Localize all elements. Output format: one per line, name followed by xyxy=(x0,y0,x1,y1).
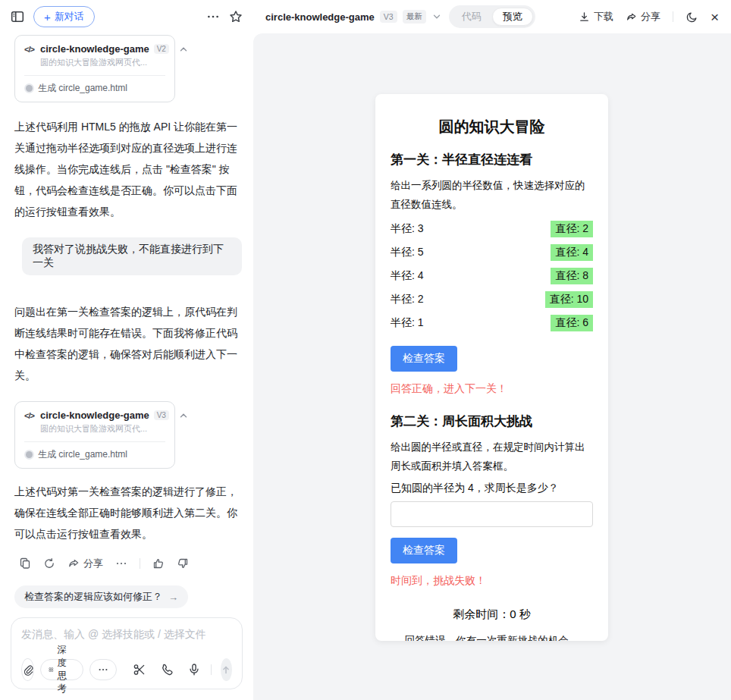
close-icon[interactable]: × xyxy=(711,10,719,24)
view-toggle: 代码 预览 xyxy=(449,5,535,28)
thumbs-up-icon[interactable] xyxy=(152,557,165,570)
latest-badge: 最新 xyxy=(403,10,426,24)
level1-heading: 第一关：半径直径连连看 xyxy=(391,151,593,168)
dark-mode-moon-icon[interactable] xyxy=(686,11,698,24)
level2-result-message: 时间到，挑战失败！ xyxy=(391,574,593,588)
version-badge: V3 xyxy=(380,11,397,23)
level2-description: 给出圆的半径或直径，在规定时间内计算出周长或面积并填入答案框。 xyxy=(391,438,593,476)
voice-mic-icon[interactable] xyxy=(187,663,201,676)
artifact-title: circle-knowledge-game xyxy=(40,43,149,55)
arrow-up-icon xyxy=(221,664,231,675)
pair-row: 半径: 4 直径: 8 xyxy=(391,268,593,284)
status-dot-icon xyxy=(26,85,33,92)
preview-area: 圆的知识大冒险 第一关：半径直径连连看 给出一系列圆的半径数值，快速选择对应的直… xyxy=(253,33,731,700)
download-icon xyxy=(579,11,590,23)
radius-label[interactable]: 半径: 5 xyxy=(391,246,424,259)
thumbs-down-icon[interactable] xyxy=(177,557,189,570)
pair-row: 半径: 1 直径: 6 xyxy=(391,315,593,331)
version-badge: V3 xyxy=(154,410,169,420)
user-message-bubble: 我答对了说挑战失败，不能直接进行到下一关 xyxy=(22,237,242,275)
regenerate-icon[interactable] xyxy=(43,557,55,570)
share-label: 分享 xyxy=(83,557,103,570)
assistant-message: 上述代码利用 HTML5 的拖放 API 让你能在第一关通过拖动半径选项到对应的… xyxy=(14,116,242,222)
pair-row: 半径: 3 直径: 2 xyxy=(391,221,593,237)
download-label: 下载 xyxy=(594,10,613,24)
chat-scroll-area[interactable]: </> circle-knowledge-game V2 圆的知识大冒险游戏网页… xyxy=(0,33,253,613)
retry-hint: 回答错误，你有一次重新挑战的机会。 xyxy=(391,634,593,641)
game-preview-card: 圆的知识大冒险 第一关：半径直径连连看 给出一系列圆的半径数值，快速选择对应的直… xyxy=(375,94,608,641)
game-title: 圆的知识大冒险 xyxy=(391,117,593,137)
deep-think-button[interactable]: 深度思考 xyxy=(40,659,83,680)
screenshot-scissors-icon[interactable] xyxy=(133,663,146,676)
radius-label[interactable]: 半径: 2 xyxy=(391,293,424,306)
diameter-label[interactable]: 直径: 8 xyxy=(551,268,593,284)
level1-check-button[interactable]: 检查答案 xyxy=(391,346,457,372)
share-icon xyxy=(626,11,637,23)
share-button[interactable]: 分享 xyxy=(67,557,103,570)
composer-more-button[interactable] xyxy=(89,659,117,680)
download-button[interactable]: 下载 xyxy=(579,10,613,24)
more-menu-icon[interactable] xyxy=(206,10,220,24)
deep-think-label: 深度思考 xyxy=(58,644,76,695)
level1-description: 给出一系列圆的半径数值，快速选择对应的直径数值连线。 xyxy=(391,176,593,214)
level1-result-message: 回答正确，进入下一关！ xyxy=(391,382,593,396)
timer-text: 剩余时间：0 秒 xyxy=(391,607,593,622)
more-actions-icon[interactable] xyxy=(115,557,127,570)
artifact-panel: circle-knowledge-game V3 最新 代码 预览 下载 分享 xyxy=(253,0,731,700)
diameter-label[interactable]: 直径: 6 xyxy=(551,315,593,331)
message-actions: 分享 xyxy=(19,557,242,570)
attach-button[interactable] xyxy=(21,658,34,681)
divider xyxy=(673,11,673,22)
deep-think-icon xyxy=(49,664,54,675)
divider xyxy=(211,664,212,675)
artifact-status: 生成 circle_game.html xyxy=(38,82,127,95)
composer: 深度思考 xyxy=(11,617,243,689)
chat-panel: + 新对话 </> circle-knowledge-game V2 xyxy=(0,0,253,700)
app-window: + 新对话 </> circle-knowledge-game V2 xyxy=(0,0,731,700)
level2-question: 已知圆的半径为 4，求周长是多少？ xyxy=(391,482,593,495)
artifact-panel-title: circle-knowledge-game xyxy=(265,11,375,23)
send-button[interactable] xyxy=(221,658,232,681)
share-label: 分享 xyxy=(641,10,660,24)
artifact-status: 生成 circle_game.html xyxy=(38,448,127,461)
suggestion-chip[interactable]: 检查答案的逻辑应该如何修正？ → xyxy=(14,585,188,608)
plus-icon: + xyxy=(44,11,51,23)
star-icon[interactable] xyxy=(229,10,243,24)
suggestion-label: 检查答案的逻辑应该如何修正？ xyxy=(24,590,162,604)
artifact-card-v2[interactable]: </> circle-knowledge-game V2 圆的知识大冒险游戏网页… xyxy=(14,35,175,102)
answer-input[interactable] xyxy=(391,501,593,527)
diameter-label[interactable]: 直径: 4 xyxy=(551,244,593,261)
chevron-up-icon[interactable] xyxy=(178,44,189,55)
diameter-label[interactable]: 直径: 10 xyxy=(545,291,593,308)
status-dot-icon xyxy=(26,451,33,458)
artifact-subtitle: 圆的知识大冒险游戏网页代... xyxy=(40,57,165,68)
diameter-label[interactable]: 直径: 2 xyxy=(551,221,593,237)
new-chat-label: 新对话 xyxy=(55,10,84,24)
level2-check-button[interactable]: 检查答案 xyxy=(391,538,457,563)
artifact-card-v3[interactable]: </> circle-knowledge-game V3 圆的知识大冒险游戏网页… xyxy=(14,401,175,469)
share-button-header[interactable]: 分享 xyxy=(626,10,660,24)
chevron-down-icon[interactable] xyxy=(431,11,442,22)
message-input[interactable] xyxy=(21,628,232,640)
artifact-title: circle-knowledge-game xyxy=(40,410,149,421)
artifact-subtitle: 圆的知识大冒险游戏网页代... xyxy=(40,423,165,435)
sidebar-toggle-icon[interactable] xyxy=(11,10,24,24)
tab-preview[interactable]: 预览 xyxy=(492,8,533,26)
composer-toolbar: 深度思考 xyxy=(21,658,232,681)
divider xyxy=(140,558,140,569)
copy-icon[interactable] xyxy=(19,557,31,570)
code-icon: </> xyxy=(24,411,34,435)
radius-label[interactable]: 半径: 3 xyxy=(391,222,424,236)
pair-row: 半径: 5 直径: 4 xyxy=(391,244,593,261)
chevron-up-icon[interactable] xyxy=(178,410,189,421)
call-icon[interactable] xyxy=(160,663,174,676)
pair-row: 半径: 2 直径: 10 xyxy=(391,291,593,308)
assistant-message: 上述代码对第一关检查答案的逻辑进行了修正，确保在连线全部正确时能够顺利进入第二关… xyxy=(14,481,242,545)
tab-code[interactable]: 代码 xyxy=(451,8,492,26)
chat-header: + 新对话 xyxy=(0,0,253,33)
radius-label[interactable]: 半径: 1 xyxy=(391,316,424,330)
radius-label[interactable]: 半径: 4 xyxy=(391,269,424,283)
code-icon: </> xyxy=(24,45,34,68)
arrow-right-icon: → xyxy=(168,592,178,603)
new-chat-button[interactable]: + 新对话 xyxy=(33,6,95,27)
